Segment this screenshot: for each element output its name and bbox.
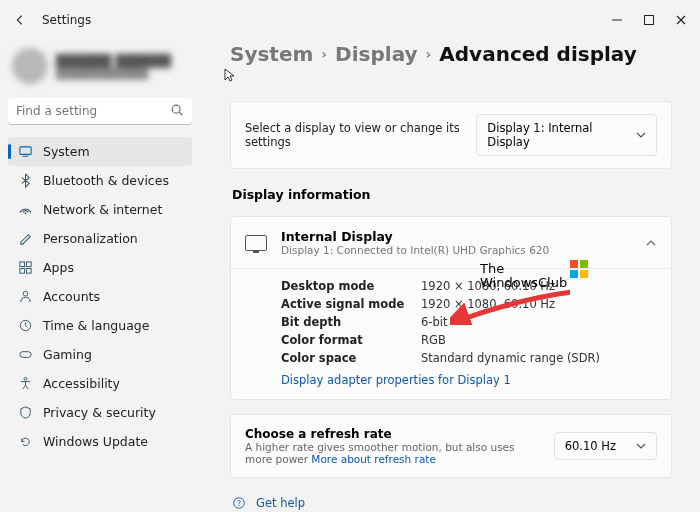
svg-rect-9 [20,268,25,273]
sidebar-item-privacy[interactable]: Privacy & security [8,398,192,427]
nav-label: Bluetooth & devices [43,173,169,188]
sidebar-item-gaming[interactable]: Gaming [8,340,192,369]
svg-rect-4 [20,147,31,155]
chevron-down-icon [636,441,646,451]
nav-label: Windows Update [43,434,148,449]
svg-line-3 [179,112,182,115]
sidebar-item-accessibility[interactable]: Accessibility [8,369,192,398]
nav-label: Accessibility [43,376,120,391]
accounts-icon [18,289,33,304]
user-email: ████████████ [56,68,171,79]
sidebar-item-apps[interactable]: Apps [8,253,192,282]
chevron-right-icon: › [321,46,327,62]
crumb-system[interactable]: System [230,42,313,66]
sidebar-item-network[interactable]: Network & internet [8,195,192,224]
svg-point-11 [23,291,28,296]
chevron-up-icon [645,237,657,249]
search-input[interactable] [8,98,192,125]
nav-label: Accounts [43,289,100,304]
network-icon [18,202,33,217]
display-select-card: Select a display to view or change its s… [230,101,672,169]
svg-rect-13 [20,352,31,358]
main-content: System › Display › Advanced display Sele… [200,40,700,510]
refresh-rate-dropdown[interactable]: 60.10 Hz [554,432,657,460]
sidebar-item-time[interactable]: Time & language [8,311,192,340]
nav-label: Time & language [43,318,149,333]
footer-links: ?Get help Give feedback [232,492,672,510]
prop-row: Bit depth6-bit [281,313,657,331]
update-icon [18,434,33,449]
svg-point-14 [24,377,27,380]
prop-value: Standard dynamic range (SDR) [421,351,600,365]
sidebar-item-system[interactable]: System [8,137,192,166]
svg-rect-1 [645,16,654,25]
section-display-information: Display information [232,187,672,202]
sidebar-item-accounts[interactable]: Accounts [8,282,192,311]
cursor-icon [224,68,235,83]
search-box[interactable] [8,98,192,125]
display-info-card: Internal Display Display 1: Connected to… [230,216,672,400]
prop-value: RGB [421,333,446,347]
adapter-properties-link[interactable]: Display adapter properties for Display 1 [281,373,657,387]
prop-row: Desktop mode1920 × 1080, 60.10 Hz [281,277,657,295]
nav-label: Gaming [43,347,92,362]
prop-row: Color formatRGB [281,331,657,349]
chevron-right-icon: › [426,46,432,62]
more-about-refresh-link[interactable]: More about refresh rate [311,453,436,465]
display-title: Internal Display [281,229,549,244]
prop-key: Desktop mode [281,279,421,293]
nav-label: Personalization [43,231,138,246]
personalization-icon [18,231,33,246]
prop-row: Active signal mode1920 × 1080, 60.10 Hz [281,295,657,313]
prop-value: 6-bit [421,315,447,329]
svg-point-2 [172,105,180,113]
close-button[interactable] [674,13,688,27]
search-icon [170,103,184,117]
bluetooth-icon [18,173,33,188]
display-info-header[interactable]: Internal Display Display 1: Connected to… [231,217,671,269]
svg-text:?: ? [237,499,241,508]
window-title: Settings [42,13,91,27]
refresh-title: Choose a refresh rate [245,427,535,441]
dropdown-value: Display 1: Internal Display [487,121,616,149]
nav-label: Privacy & security [43,405,156,420]
time-icon [18,318,33,333]
accessibility-icon [18,376,33,391]
prop-key: Color format [281,333,421,347]
help-icon: ? [232,496,246,510]
display-subtitle: Display 1: Connected to Intel(R) UHD Gra… [281,244,549,256]
minimize-button[interactable] [610,13,624,27]
display-dropdown[interactable]: Display 1: Internal Display [476,114,657,156]
sidebar: ██████ ██████ ████████████ System Blueto… [0,40,200,510]
crumb-display[interactable]: Display [335,42,417,66]
avatar [12,48,48,84]
prop-key: Active signal mode [281,297,421,311]
get-help-link[interactable]: ?Get help [232,492,672,510]
nav-list: System Bluetooth & devices Network & int… [8,137,192,456]
privacy-icon [18,405,33,420]
breadcrumb: System › Display › Advanced display [230,42,672,66]
user-block[interactable]: ██████ ██████ ████████████ [8,44,192,98]
watermark-line1: The [480,262,567,276]
nav-label: System [43,144,90,159]
select-display-hint: Select a display to view or change its s… [245,121,476,149]
refresh-desc: A higher rate gives smoother motion, but… [245,441,535,465]
sidebar-item-update[interactable]: Windows Update [8,427,192,456]
svg-rect-7 [20,262,25,267]
system-icon [18,144,33,159]
nav-label: Apps [43,260,74,275]
apps-icon [18,260,33,275]
svg-point-6 [25,212,27,214]
user-name: ██████ ██████ [56,54,171,68]
back-button[interactable] [12,12,28,28]
chevron-down-icon [636,130,646,140]
property-table: Desktop mode1920 × 1080, 60.10 Hz Active… [231,269,671,399]
titlebar: Settings [0,0,700,40]
maximize-button[interactable] [642,13,656,27]
monitor-icon [245,235,267,251]
sidebar-item-personalization[interactable]: Personalization [8,224,192,253]
windows-logo-icon [570,260,588,278]
sidebar-item-bluetooth[interactable]: Bluetooth & devices [8,166,192,195]
crumb-advanced: Advanced display [439,42,636,66]
dropdown-value: 60.10 Hz [565,439,616,453]
